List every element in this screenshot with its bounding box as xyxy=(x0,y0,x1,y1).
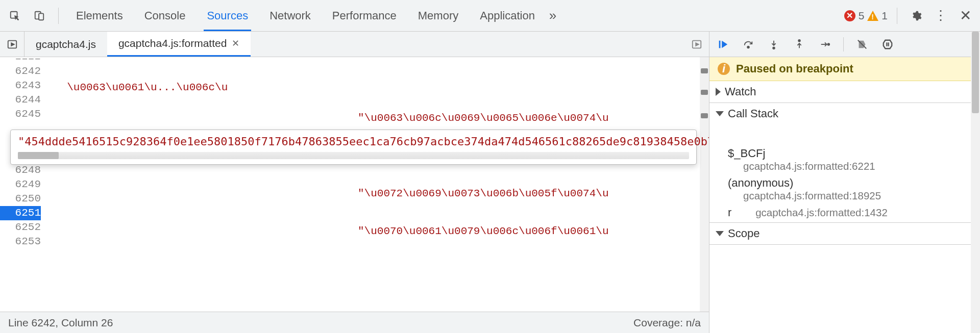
callstack-header[interactable]: Call Stack xyxy=(709,103,980,124)
frame-location: gcaptcha4.js:formatted:18925 xyxy=(728,190,976,202)
line-number[interactable]: 6250 xyxy=(0,192,41,206)
cursor-position: Line 6242, Column 26 xyxy=(8,317,113,329)
code-text: "\u0070\u0061\u0079\u006c\u006f\u0061\u xyxy=(358,225,608,237)
frame-function: $_BCFj xyxy=(728,147,976,160)
stack-frame[interactable]: $_BCFj gcaptcha4.js:formatted:6221 xyxy=(709,145,980,174)
file-tab-gcaptcha4-formatted[interactable]: gcaptcha4.js:formatted ✕ xyxy=(107,32,251,57)
panel-tabs: Elements Console Sources Network Perform… xyxy=(73,0,538,31)
section-label: Scope xyxy=(728,227,760,240)
tab-memory[interactable]: Memory xyxy=(415,0,461,31)
line-number[interactable]: 6248 xyxy=(0,163,41,177)
device-toggle-icon[interactable] xyxy=(30,6,49,25)
close-tab-icon[interactable]: ✕ xyxy=(232,38,239,49)
line-number[interactable]: 6244 xyxy=(0,93,41,107)
watch-header[interactable]: Watch xyxy=(709,81,980,103)
line-number-current[interactable]: 6251 xyxy=(0,206,41,220)
tab-application[interactable]: Application xyxy=(477,0,538,31)
editor-statusbar: Line 6242, Column 26 Coverage: n/a xyxy=(0,312,709,333)
step-button[interactable] xyxy=(816,35,834,54)
section-label: Watch xyxy=(725,85,756,98)
error-icon: ✕ xyxy=(844,10,855,21)
content-row: gcaptcha4.js gcaptcha4.js:formatted ✕ ––… xyxy=(0,32,980,333)
value-tooltip: "454ddde5416515c928364f0e1ee5801850f7176… xyxy=(10,130,697,165)
step-over-button[interactable] xyxy=(739,35,757,54)
toolbar-divider xyxy=(58,8,59,24)
code-editor[interactable]: –––– 6242 6243 6244 6245 6248 6249 6250 … xyxy=(0,57,709,312)
frame-function: r xyxy=(728,206,752,219)
svg-rect-2 xyxy=(39,13,43,20)
warning-icon xyxy=(867,11,878,21)
scope-header[interactable]: Scope xyxy=(709,223,980,244)
line-number[interactable]: 6243 xyxy=(0,79,41,93)
tooltip-text: "454ddde5416515c928364f0e1ee5801850f7176… xyxy=(18,135,709,148)
stack-frame[interactable]: (anonymous) gcaptcha4.js:formatted:18925 xyxy=(709,174,980,204)
line-number[interactable]: 6249 xyxy=(0,177,41,192)
navigator-toggle-icon[interactable] xyxy=(0,32,24,57)
svg-rect-13 xyxy=(886,42,887,46)
code-text: "\u0072\u0069\u0073\u006b\u005f\u0074\u xyxy=(358,188,608,199)
tab-performance[interactable]: Performance xyxy=(329,0,400,31)
devtools-toolbar: Elements Console Sources Network Perform… xyxy=(0,0,980,32)
tab-elements[interactable]: Elements xyxy=(73,0,126,31)
file-tab-label: gcaptcha4.js:formatted xyxy=(118,37,227,49)
svg-point-10 xyxy=(773,47,775,49)
close-devtools-icon[interactable]: ✕ xyxy=(955,6,975,25)
deactivate-breakpoints-button[interactable] xyxy=(853,35,871,54)
tooltip-hscrollbar[interactable] xyxy=(18,152,689,159)
watch-section: Watch xyxy=(709,81,980,103)
frame-function: (anonymous) xyxy=(728,176,976,190)
kebab-menu-icon[interactable]: ⋮ xyxy=(931,6,950,25)
svg-marker-6 xyxy=(696,43,699,46)
stack-frame[interactable]: r gcaptcha4.js:formatted:1432 xyxy=(709,204,980,221)
line-gutter[interactable]: –––– 6242 6243 6244 6245 6248 6249 6250 … xyxy=(0,57,47,312)
frame-location: gcaptcha4.js:formatted:6221 xyxy=(728,160,976,172)
more-tabs-icon[interactable]: » xyxy=(543,6,562,25)
tab-console[interactable]: Console xyxy=(141,0,189,31)
collapse-icon xyxy=(716,231,724,236)
step-into-button[interactable] xyxy=(765,35,783,54)
step-out-button[interactable] xyxy=(790,35,808,54)
error-count: 5 xyxy=(859,10,865,22)
debugger-panel: i Paused on breakpoint Watch Call Stack … xyxy=(709,32,980,333)
callstack-section: Call Stack $_BCFj gcaptcha4.js:formatted… xyxy=(709,103,980,223)
pause-on-exceptions-button[interactable] xyxy=(878,35,897,54)
tab-sources[interactable]: Sources xyxy=(204,0,251,31)
line-number[interactable]: 6252 xyxy=(0,220,41,235)
file-tab-bar: gcaptcha4.js gcaptcha4.js:formatted ✕ xyxy=(0,32,709,57)
line-number: –––– xyxy=(0,57,41,64)
toolbar-separator xyxy=(843,37,844,52)
file-tab-gcaptcha4[interactable]: gcaptcha4.js xyxy=(24,32,107,57)
info-icon: i xyxy=(718,63,730,75)
collapse-icon xyxy=(716,111,724,116)
inspect-element-icon[interactable] xyxy=(5,6,24,25)
section-label: Call Stack xyxy=(728,107,778,120)
line-number[interactable]: 6245 xyxy=(0,107,41,121)
error-count-badge[interactable]: ✕ 5 1 xyxy=(844,10,888,22)
line-number[interactable]: 6253 xyxy=(0,235,41,249)
svg-point-12 xyxy=(828,43,830,45)
settings-icon[interactable] xyxy=(906,6,926,25)
run-snippet-icon[interactable] xyxy=(684,39,709,50)
coverage-indicator[interactable]: Coverage: n/a xyxy=(633,317,701,329)
svg-point-11 xyxy=(798,39,800,41)
callstack-list: $_BCFj gcaptcha4.js:formatted:6221 (anon… xyxy=(709,144,980,222)
editor-vscrollbar[interactable] xyxy=(700,57,709,312)
svg-marker-8 xyxy=(722,40,727,48)
tab-network[interactable]: Network xyxy=(266,0,314,31)
resume-button[interactable] xyxy=(714,35,732,54)
warning-count: 1 xyxy=(881,10,888,22)
paused-text: Paused on breakpoint xyxy=(736,62,853,75)
line-number[interactable]: 6242 xyxy=(0,64,41,79)
svg-point-9 xyxy=(747,46,749,48)
code-text: \u0063\u0061\u...\u006c\u xyxy=(54,82,228,93)
toolbar-divider xyxy=(897,8,897,24)
svg-rect-14 xyxy=(888,42,889,46)
svg-marker-4 xyxy=(11,43,14,46)
sources-panel: gcaptcha4.js gcaptcha4.js:formatted ✕ ––… xyxy=(0,32,709,333)
expand-icon xyxy=(716,88,721,96)
scope-section: Scope xyxy=(709,223,980,245)
panel-vscrollbar[interactable] xyxy=(971,32,980,333)
frame-location: gcaptcha4.js:formatted:1432 xyxy=(755,207,888,218)
code-text: "\u0063\u006c\u0069\u0065\u006e\u0074\u xyxy=(358,112,608,124)
code-body[interactable]: \u0063\u0061\u...\u006c\u "\u0063\u006c\… xyxy=(47,57,709,312)
